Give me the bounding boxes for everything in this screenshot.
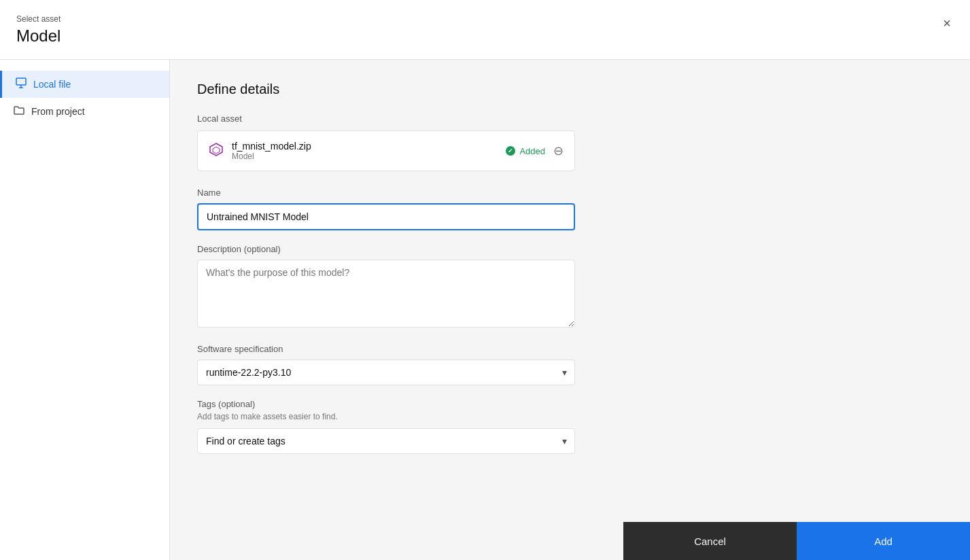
name-input[interactable]: [197, 203, 575, 230]
svg-rect-0: [16, 78, 26, 85]
sidebar-item-local-file[interactable]: Local file: [0, 71, 169, 98]
software-select-wrapper: runtime-22.2-py3.10 ▾: [197, 360, 575, 385]
name-label: Name: [197, 188, 575, 198]
header-subtitle: Select asset: [16, 14, 954, 24]
tags-label: Tags (optional): [197, 399, 575, 409]
sidebar-item-from-project[interactable]: From project: [0, 98, 169, 125]
description-label: Description (optional): [197, 244, 575, 254]
asset-filename: tf_mnist_model.zip: [232, 141, 506, 152]
asset-model-icon: [209, 142, 224, 160]
main-content: Define details Local asset tf_mnist_mode…: [170, 60, 970, 560]
asset-card: tf_mnist_model.zip Model Added ⊖: [197, 130, 575, 171]
svg-marker-4: [213, 147, 220, 154]
asset-status: Added: [506, 146, 545, 156]
main-layout: Local file From project Define details L…: [0, 60, 970, 560]
software-field-group: Software specification runtime-22.2-py3.…: [197, 344, 575, 385]
description-input[interactable]: [197, 260, 575, 328]
description-field-group: Description (optional): [197, 244, 575, 330]
cancel-button[interactable]: Cancel: [623, 522, 797, 560]
footer-actions: Cancel Add: [623, 522, 970, 560]
header-title: Model: [16, 27, 954, 46]
section-title: Define details: [197, 82, 943, 97]
asset-info: tf_mnist_model.zip Model: [232, 141, 506, 161]
sidebar: Local file From project: [0, 60, 170, 560]
software-label: Software specification: [197, 344, 575, 354]
sidebar-item-from-project-label: From project: [31, 106, 85, 117]
software-select[interactable]: runtime-22.2-py3.10: [197, 360, 575, 385]
close-button[interactable]: ×: [940, 14, 954, 33]
asset-type: Model: [232, 152, 506, 161]
monitor-icon: [16, 77, 27, 91]
tags-select-wrapper: Find or create tags ▾: [197, 428, 575, 454]
tags-select[interactable]: Find or create tags: [197, 428, 575, 454]
asset-status-dot: [506, 146, 515, 156]
name-field-group: Name: [197, 188, 575, 230]
tags-field-group: Tags (optional) Add tags to make assets …: [197, 399, 575, 454]
asset-status-label: Added: [519, 146, 545, 156]
tags-description: Add tags to make assets easier to find.: [197, 412, 575, 421]
sidebar-item-local-file-label: Local file: [33, 79, 71, 90]
add-button[interactable]: Add: [797, 522, 970, 560]
dialog-header: Select asset Model ×: [0, 0, 970, 60]
folder-icon: [14, 105, 24, 118]
local-asset-label: Local asset: [197, 113, 943, 124]
asset-remove-button[interactable]: ⊖: [553, 145, 564, 157]
